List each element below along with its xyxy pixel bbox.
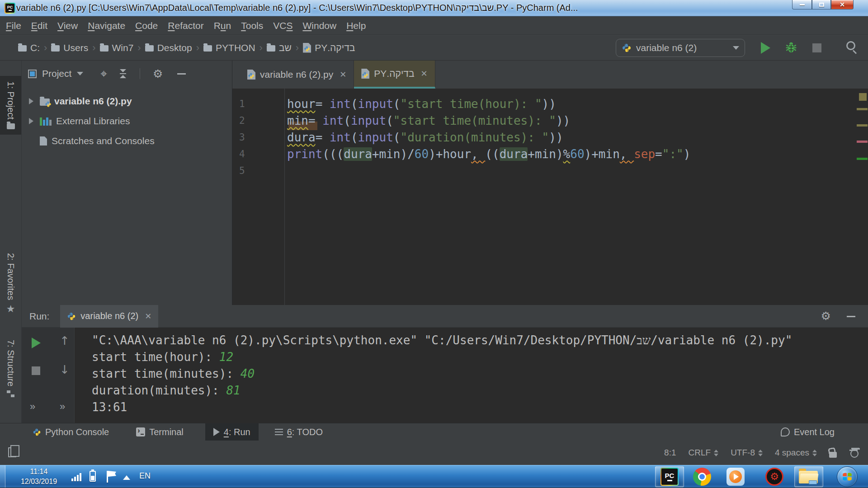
caret-position-widget[interactable]: 8:1 — [664, 448, 676, 458]
menu-navigate[interactable]: Navigate — [83, 20, 130, 31]
maximize-button[interactable] — [812, 0, 831, 9]
breadcrumb-item[interactable]: Users — [51, 42, 88, 53]
folder-icon — [267, 45, 275, 52]
taskbar-pycharm-button[interactable]: PC — [655, 466, 684, 487]
breadcrumb-item[interactable]: שב — [267, 42, 292, 53]
windows-flag-icon — [841, 471, 853, 483]
tab-run[interactable]: 4: Run — [205, 423, 259, 441]
menu-run[interactable]: Run — [209, 20, 236, 31]
menu-help[interactable]: Help — [341, 20, 371, 31]
collapse-all-icon[interactable] — [120, 69, 126, 78]
project-panel-title[interactable]: Project — [42, 68, 71, 79]
down-stack-icon[interactable]: ↓ — [60, 364, 70, 375]
line-ending-widget[interactable]: CRLF — [689, 448, 719, 458]
run-console-tab[interactable]: variable n6 (2) ✕ — [60, 305, 158, 328]
taskbar-media-player-button[interactable] — [721, 466, 750, 487]
sidebar-item-project[interactable]: 1: Project — [0, 76, 21, 135]
stop-button[interactable] — [32, 366, 40, 375]
hide-panel-icon[interactable] — [177, 73, 186, 75]
expand-arrow-icon[interactable] — [29, 118, 33, 124]
language-indicator[interactable]: EN — [139, 471, 151, 481]
menu-tools[interactable]: Tools — [236, 20, 268, 31]
taskbar-driver-tool-button[interactable]: ⚙ — [760, 466, 789, 487]
stop-button[interactable] — [812, 43, 821, 52]
error-stripe-mark-warning[interactable] — [857, 108, 868, 110]
search-everywhere-button[interactable] — [846, 41, 855, 50]
sidebar-item-structure[interactable]: 7: Structure — [0, 334, 21, 403]
expand-arrow-icon[interactable] — [29, 98, 33, 104]
sidebar-item-favorites[interactable]: 2: Favorites ★ — [0, 248, 21, 319]
gear-icon[interactable]: ⚙ — [821, 310, 831, 322]
event-log-button[interactable]: Event Log — [776, 423, 839, 441]
console-line: start time(minutes): 40 — [92, 366, 868, 382]
toolwindow-layout-icon[interactable] — [8, 447, 16, 457]
tree-item-scratches[interactable]: Scratches and Consoles — [22, 131, 232, 151]
unlock-icon[interactable] — [829, 452, 837, 458]
code-line — [287, 163, 868, 179]
error-stripe-mark-error[interactable] — [857, 141, 868, 143]
gear-icon[interactable]: ⚙ — [153, 68, 163, 80]
close-button[interactable]: ✕ — [831, 0, 854, 9]
tab-variable-n6[interactable]: variable n6 (2).py ✕ — [240, 61, 354, 89]
console-line: 13:61 — [92, 399, 868, 416]
close-tab-icon[interactable]: ✕ — [340, 70, 346, 79]
hide-panel-icon[interactable] — [847, 316, 855, 317]
breadcrumb-separator: › — [295, 42, 300, 54]
run-button[interactable] — [761, 42, 770, 54]
chevrons-icon[interactable]: » — [60, 401, 64, 413]
tab-bdika[interactable]: בדיקה.PY ✕ — [354, 61, 435, 89]
taskbar-clock[interactable]: 11:14 12/03/2019 — [12, 467, 66, 487]
show-hidden-icons-button[interactable] — [123, 475, 130, 480]
chevron-down-icon[interactable] — [77, 72, 83, 75]
menu-edit[interactable]: Edit — [26, 20, 52, 31]
taskbar-explorer-button[interactable] — [794, 466, 823, 487]
debug-button[interactable] — [784, 40, 798, 55]
code-token: )+min — [585, 147, 620, 161]
rerun-button[interactable] — [32, 338, 41, 348]
close-tab-icon[interactable]: ✕ — [421, 70, 428, 78]
editor-body[interactable]: 12345 hour= int(input("start time(hour):… — [232, 89, 868, 305]
run-configuration-select[interactable]: variable n6 (2) — [616, 39, 745, 57]
tree-item-project-root[interactable]: variable n6 (2).py — [22, 91, 232, 111]
battery-icon[interactable] — [90, 471, 96, 482]
menu-file[interactable]: File — [1, 20, 26, 31]
start-button[interactable] — [837, 466, 858, 487]
chevrons-icon[interactable]: » — [30, 401, 34, 413]
code-token: "start time(hour): " — [401, 97, 542, 111]
run-console-output[interactable]: "C:\AAA\variable n6 (2).py\Scripts\pytho… — [75, 328, 868, 423]
python-logo-icon — [33, 428, 41, 436]
show-desktop-button[interactable] — [0, 465, 5, 488]
tab-terminal[interactable]: Terminal — [132, 423, 188, 441]
code-area[interactable]: hour= int(input("start time(hour): "))mi… — [285, 89, 868, 305]
locate-icon[interactable]: ⌖ — [100, 68, 107, 80]
taskbar-chrome-button[interactable] — [688, 466, 717, 487]
menu-vcs[interactable]: VCS — [268, 20, 297, 31]
network-signal-icon[interactable] — [71, 473, 81, 481]
error-stripe-mark-warning[interactable] — [857, 124, 868, 127]
error-stripe-mark-ok[interactable] — [857, 158, 868, 160]
action-center-flag-icon[interactable] — [107, 471, 108, 483]
close-tab-icon[interactable]: ✕ — [145, 312, 151, 320]
breadcrumb-item[interactable]: PYTHON — [203, 42, 255, 53]
breadcrumb-item[interactable]: Win7 — [100, 42, 134, 53]
menu-refactor[interactable]: Refactor — [163, 20, 208, 31]
tab-todo[interactable]: 6: TODO — [270, 423, 327, 441]
up-stack-icon[interactable]: ↑ — [60, 335, 70, 347]
hector-inspector-icon[interactable] — [849, 448, 858, 458]
breadcrumb-item-file[interactable]: בדיקה.PY — [303, 42, 355, 53]
menu-view[interactable]: View — [52, 20, 83, 31]
tree-item-external-libraries[interactable]: External Libraries — [22, 111, 232, 131]
encoding-widget[interactable]: UTF-8 — [731, 448, 763, 458]
code-token: start time(hour): — [92, 350, 219, 364]
minimize-button[interactable] — [792, 0, 812, 9]
indent-widget[interactable]: 4 spaces — [775, 448, 817, 458]
breadcrumb-item[interactable]: Desktop — [145, 42, 192, 53]
code-token: )) — [556, 114, 570, 127]
code-token: ":" — [662, 147, 684, 161]
breadcrumb-item[interactable]: C: — [18, 42, 40, 53]
inspection-status-icon[interactable] — [859, 93, 867, 101]
menu-code[interactable]: Code — [130, 20, 163, 31]
tab-python-console[interactable]: Python Console — [28, 423, 113, 441]
tool-tab-label: 6: TODO — [287, 427, 323, 437]
menu-window[interactable]: Window — [297, 20, 341, 31]
